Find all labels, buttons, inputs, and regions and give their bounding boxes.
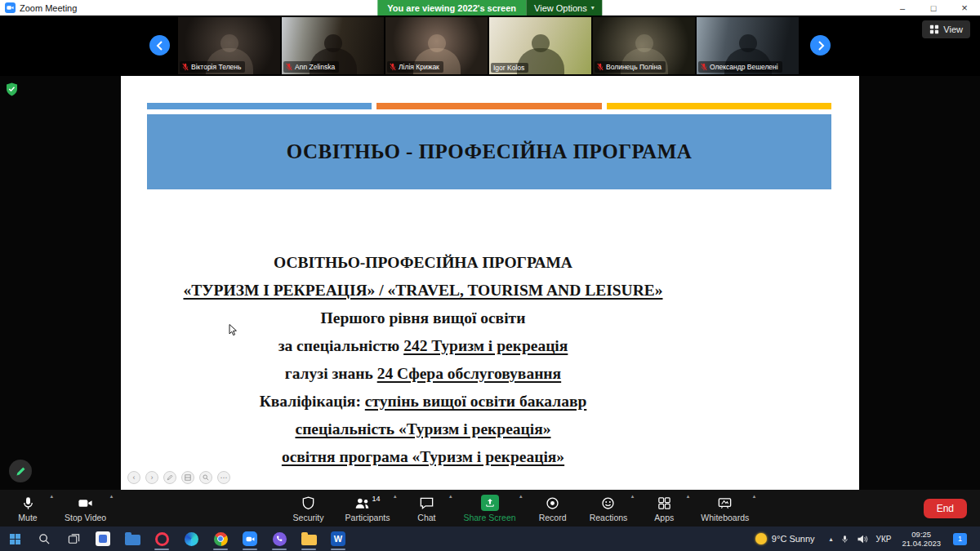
chevron-up-icon[interactable]: ▴: [50, 493, 53, 500]
slide-previous-button[interactable]: ‹: [127, 471, 140, 484]
slide-text-line: галузі знань 24 Сфера обслуговування: [162, 360, 684, 388]
accent-bar-orange: [376, 103, 601, 109]
view-layout-button[interactable]: View: [922, 20, 970, 38]
edge-icon: [185, 532, 198, 546]
taskbar-app-opera[interactable]: [147, 527, 176, 551]
pen-tool-button[interactable]: [163, 471, 176, 484]
taskbar-app-word[interactable]: W: [323, 527, 353, 551]
blue-folder-icon: [125, 535, 140, 545]
participant-video-tile[interactable]: Волинець Поліна: [593, 17, 695, 74]
more-options-button[interactable]: ⋯: [217, 471, 230, 484]
participant-video-tile[interactable]: Вікторія Телень: [178, 17, 280, 74]
participant-video-tile[interactable]: Igor Kolos: [489, 17, 591, 74]
show-slides-button[interactable]: [181, 471, 194, 484]
apps-button[interactable]: ▴ Apps: [636, 490, 692, 527]
record-icon: [545, 495, 560, 511]
chat-button[interactable]: ▴ Chat: [399, 490, 454, 527]
taskbar-app-blue-folder[interactable]: [118, 527, 147, 551]
slide-text-line: за спеціальністю 242 Туризм і рекреація: [162, 332, 684, 360]
zoom-app-icon: [5, 2, 16, 13]
chevron-up-icon[interactable]: ▴: [631, 493, 635, 500]
search-icon: [38, 533, 51, 545]
record-button[interactable]: Record: [525, 490, 581, 527]
weather-widget[interactable]: 9°C Sunny: [747, 533, 823, 544]
chevron-up-icon[interactable]: ▴: [687, 493, 690, 500]
taskbar-app-generic[interactable]: [88, 527, 118, 551]
chevron-up-icon[interactable]: ▴: [449, 493, 452, 500]
muted-mic-icon: [701, 63, 707, 71]
chat-icon: [419, 495, 434, 511]
participant-video-tile[interactable]: Олександр Вешелені: [697, 17, 799, 74]
accent-bar-yellow: [607, 103, 831, 109]
magnifier-icon: [203, 474, 209, 481]
chevron-right-icon: [817, 41, 825, 51]
mute-button[interactable]: ▴ Mute: [0, 490, 56, 527]
participant-name-label: Вікторія Телень: [180, 61, 245, 73]
chevron-up-icon[interactable]: ▴: [110, 493, 114, 500]
end-meeting-button[interactable]: End: [924, 499, 967, 518]
system-tray: ▴ УКР 09:25 21.04.2023 1: [823, 530, 980, 549]
muted-mic-icon: [390, 63, 396, 71]
taskbar-app-chrome[interactable]: [206, 527, 235, 551]
taskbar-app-viber[interactable]: [265, 527, 294, 551]
next-participants-button[interactable]: [810, 35, 831, 56]
shared-screen-area: ОСВІТНЬО - ПРОФЕСІЙНА ПРОГРАМА ОСВІТНЬО-…: [0, 76, 980, 490]
microphone-icon: [20, 495, 36, 511]
camera-icon: [78, 495, 93, 511]
zoom-meeting-window: Zoom Meeting You are viewing 2022's scre…: [0, 0, 980, 551]
stop-video-button[interactable]: ▴ Stop Video: [56, 490, 115, 527]
chevron-left-icon: [156, 41, 164, 51]
zoom-icon: [243, 531, 257, 546]
slide-text-line: «ТУРИЗМ І РЕКРЕАЦІЯ» / «TRAVEL, TOURISM …: [162, 277, 684, 304]
apps-grid-icon: [657, 495, 672, 511]
toolbar-center-group: Security ▴ 14 Participants ▴ Chat ▴ Shar…: [281, 490, 759, 527]
taskbar-app-edge[interactable]: [176, 527, 206, 551]
taskbar-date: 21.04.2023: [902, 539, 941, 548]
muted-mic-icon: [286, 63, 292, 71]
speaker-icon[interactable]: [857, 534, 869, 544]
previous-participants-button[interactable]: [149, 35, 170, 56]
folder-icon: [301, 535, 317, 545]
annotation-pencil-button[interactable]: [9, 460, 32, 482]
reactions-button[interactable]: ▴ Reactions: [581, 490, 637, 527]
view-options-button[interactable]: View Options ▾: [526, 0, 603, 16]
participant-name-label: Волинець Поліна: [595, 61, 666, 73]
participant-thumbnails: Вікторія Телень Ann Zelinska Лілія Крижа…: [178, 17, 799, 74]
participants-button[interactable]: ▴ 14 Participants: [336, 490, 399, 527]
minimize-button[interactable]: –: [887, 0, 918, 16]
share-screen-icon: [481, 495, 499, 511]
participant-video-tile[interactable]: Ann Zelinska: [282, 17, 384, 74]
taskbar-right-section: 9°C Sunny ▴ УКР 09:25 21.04.2023 1: [747, 527, 980, 551]
notification-center-button[interactable]: 1: [953, 533, 967, 545]
share-screen-button[interactable]: ▴ Share Screen: [454, 490, 524, 527]
maximize-button[interactable]: □: [918, 0, 949, 16]
chevron-up-icon[interactable]: ▴: [753, 493, 756, 500]
taskbar-app-file-explorer[interactable]: [294, 527, 323, 551]
toolbar-left-group: ▴ Mute ▴ Stop Video: [0, 490, 115, 527]
whiteboards-button[interactable]: ▴ Whiteboards: [692, 490, 758, 527]
security-button[interactable]: Security: [281, 490, 336, 527]
zoom-slide-button[interactable]: [199, 471, 212, 484]
slide-title-band: ОСВІТНЬО - ПРОФЕСІЙНА ПРОГРАМА: [147, 114, 831, 189]
video-strip: Вікторія Телень Ann Zelinska Лілія Крижа…: [0, 16, 980, 76]
chevron-up-icon[interactable]: ▴: [394, 493, 397, 500]
muted-mic-icon: [597, 63, 604, 71]
tray-mic-icon[interactable]: [840, 534, 849, 544]
language-indicator[interactable]: УКР: [876, 535, 892, 544]
participant-video-tile[interactable]: Лілія Крижак: [385, 17, 488, 74]
task-view-button[interactable]: [59, 527, 88, 551]
tray-chevron-up-icon[interactable]: ▴: [830, 535, 833, 543]
security-shield-badge-icon: [6, 82, 18, 100]
generic-app-icon: [96, 531, 110, 546]
taskbar-clock[interactable]: 09:25 21.04.2023: [898, 530, 944, 549]
chevron-up-icon[interactable]: ▴: [519, 493, 523, 500]
slide-text-line: освітня програма «Туризм і рекреація»: [162, 443, 684, 471]
taskbar-app-zoom[interactable]: [235, 527, 265, 551]
task-view-icon: [68, 533, 80, 545]
taskbar-search-button[interactable]: [29, 527, 59, 551]
viber-icon: [273, 532, 287, 546]
slide-next-button[interactable]: ›: [145, 471, 158, 484]
start-button[interactable]: [0, 527, 29, 551]
close-button[interactable]: ×: [949, 0, 980, 16]
opera-icon: [155, 532, 169, 546]
